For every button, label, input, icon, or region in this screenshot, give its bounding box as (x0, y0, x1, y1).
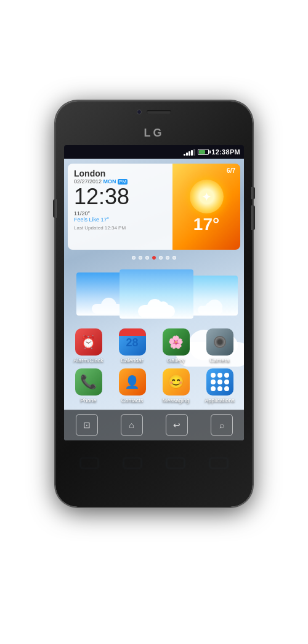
app-contacts[interactable]: 👤 Contacts (113, 368, 152, 403)
search-button[interactable]: ⌕ (211, 414, 233, 436)
power-button[interactable] (251, 187, 255, 199)
widget-right-panel: 6/7 17° (172, 164, 240, 250)
phone-container: LG 12:38PM (55, 101, 253, 519)
dot-6 (166, 256, 169, 260)
lg-logo-area: LG (144, 127, 164, 140)
widget-last-updated: Last Updated 12:34 PM (74, 225, 166, 231)
battery-fill (199, 150, 205, 154)
dot-4 (152, 256, 156, 260)
apps-grid-icon (207, 369, 233, 395)
sun-icon (190, 180, 224, 213)
dot-3 (145, 256, 149, 260)
volume-button[interactable] (53, 199, 57, 218)
app-calendar[interactable]: 28 Calendar (113, 328, 152, 364)
speaker (147, 110, 171, 114)
sky-thumb-center (120, 269, 193, 319)
dot-2 (139, 256, 142, 260)
app-contacts-label: Contacts (121, 397, 144, 403)
contacts-person-icon: 👤 (124, 375, 140, 389)
phone-body: LG 12:38PM (55, 101, 253, 507)
app-row-1: ⏰ Alarm/Clock 28 Calendar (67, 328, 241, 364)
wallpaper: London 02/27/2012 MON PM 12:38 11/20° Fe… (64, 159, 244, 440)
page-reflection (68, 458, 240, 507)
screen: 12:38PM London 02/27/2012 MON PM 12:38 1… (64, 145, 244, 440)
nav-bar: ⊡ ⌂ ↩ ⌕ (64, 410, 244, 440)
calendar-header (119, 328, 146, 336)
app-gallery[interactable]: 🌸 Gallery (157, 328, 195, 364)
dot-1 (132, 256, 136, 260)
app-gallery-label: Gallery (167, 357, 185, 364)
search-icon: ⌕ (219, 420, 224, 430)
app-camera-label: Camera (209, 357, 229, 364)
page-indicators (64, 256, 244, 260)
recent-apps-button[interactable]: ⊡ (76, 414, 98, 436)
back-icon: ↩ (173, 420, 180, 430)
battery-icon (198, 149, 209, 155)
weather-widget[interactable]: London 02/27/2012 MON PM 12:38 11/20° Fe… (68, 164, 240, 250)
app-messaging-label: Messaging (163, 397, 190, 403)
widget-feels-like: Feels Like 17° (74, 217, 166, 223)
app-alarm[interactable]: ⏰ Alarm/Clock (70, 328, 108, 364)
camera-lens-icon (214, 336, 226, 348)
widget-city: London (74, 169, 166, 178)
app-messaging[interactable]: 😊 Messaging (157, 368, 195, 403)
app-phone[interactable]: 📞 Phone (70, 368, 108, 403)
status-bar: 12:38PM (64, 145, 244, 159)
app-phone-label: Phone (80, 397, 96, 403)
front-camera (137, 109, 142, 114)
home-icon: ⌂ (129, 420, 134, 430)
calendar-number: 28 (126, 336, 138, 348)
top-sensors (137, 109, 171, 114)
dot-7 (172, 256, 176, 260)
widget-date: 02/27/2012 MON PM (74, 178, 166, 185)
phone-handset-icon: 📞 (80, 374, 97, 390)
app-grid: ⏰ Alarm/Clock 28 Calendar (64, 328, 244, 408)
widget-temp-range: 11/20° (74, 210, 166, 217)
alarm-clock-icon: ⏰ (81, 335, 96, 349)
app-calendar-label: Calendar (121, 357, 144, 364)
app-camera[interactable]: Camera (201, 328, 239, 364)
volume-rocker[interactable] (251, 205, 255, 230)
home-button[interactable]: ⌂ (121, 414, 143, 436)
gallery-flower-icon: 🌸 (168, 335, 184, 349)
status-time: 12:38PM (211, 148, 240, 156)
widget-current-temp: 17° (193, 216, 219, 233)
messaging-smile-icon: 😊 (168, 374, 184, 390)
app-applications-label: Applications (205, 397, 235, 403)
signal-icon (184, 148, 195, 156)
widget-left-panel: London 02/27/2012 MON PM 12:38 11/20° Fe… (68, 164, 172, 250)
widget-day-number: 6/7 (227, 167, 235, 174)
lg-logo-text: LG (144, 127, 164, 140)
dot-5 (159, 256, 163, 260)
back-button[interactable]: ↩ (166, 414, 188, 436)
recent-apps-icon: ⊡ (83, 420, 91, 430)
app-row-2: 📞 Phone 👤 Contacts (67, 368, 241, 403)
app-applications[interactable]: Applications (201, 368, 239, 403)
app-alarm-label: Alarm/Clock (73, 357, 103, 364)
widget-time-display: 12:38 (74, 186, 166, 208)
